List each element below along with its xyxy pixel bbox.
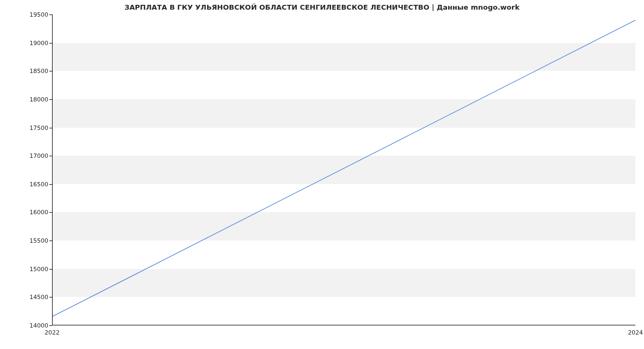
y-tick-mark (49, 184, 52, 185)
y-tick-mark (49, 212, 52, 213)
y-tick-label: 15500 (30, 237, 48, 244)
x-tick-label: 2024 (628, 329, 643, 336)
x-tick-label: 2022 (45, 329, 60, 336)
y-tick-mark (49, 297, 52, 297)
y-tick-mark (49, 128, 52, 128)
y-tick-mark (49, 43, 52, 43)
y-tick-mark (49, 156, 52, 156)
y-tick-label: 18000 (30, 96, 48, 103)
y-tick-label: 14000 (30, 322, 48, 329)
chart-title: ЗАРПЛАТА В ГКУ УЛЬЯНОВСКОЙ ОБЛАСТИ СЕНГИ… (0, 3, 644, 11)
line-series (53, 14, 635, 325)
y-tick-mark (49, 71, 52, 71)
y-tick-label: 17000 (30, 152, 48, 159)
y-tick-mark (49, 269, 52, 270)
y-tick-label: 16500 (30, 180, 48, 187)
y-tick-label: 15000 (30, 265, 48, 272)
salary-line-chart: ЗАРПЛАТА В ГКУ УЛЬЯНОВСКОЙ ОБЛАСТИ СЕНГИ… (0, 0, 644, 349)
y-tick-label: 16000 (30, 209, 48, 216)
plot-area (52, 14, 635, 325)
y-tick-label: 18500 (30, 68, 48, 75)
y-tick-mark (49, 241, 52, 241)
y-tick-label: 14500 (30, 294, 48, 301)
y-tick-mark (49, 325, 52, 326)
y-tick-mark (49, 99, 52, 100)
y-tick-label: 17500 (30, 124, 48, 131)
y-tick-label: 19500 (30, 11, 48, 18)
y-tick-mark (49, 14, 52, 15)
y-tick-label: 19000 (30, 39, 48, 46)
